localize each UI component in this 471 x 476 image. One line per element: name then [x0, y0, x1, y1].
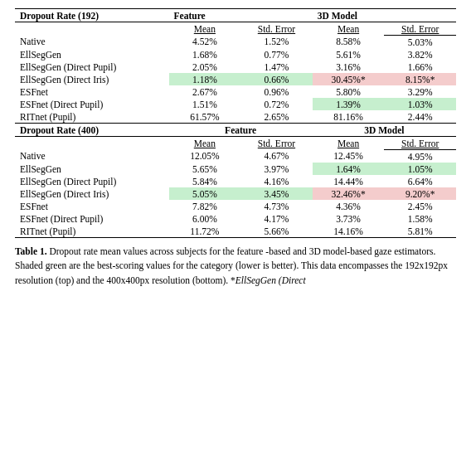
model-mean: 8.58% — [313, 36, 385, 49]
feat-se-label: Std. Error — [240, 22, 313, 36]
row-label: RITnet (Pupil) — [15, 110, 169, 124]
feat-se: 2.65% — [240, 110, 313, 124]
model-se: 3.29% — [384, 85, 456, 98]
model-se: 1.05% — [384, 163, 456, 175]
model-mean: 1.39% — [313, 98, 385, 110]
row-label: EllSegGen (Direct Iris) — [15, 73, 169, 85]
table-row: EllSegGen (Direct Pupil)2.05%1.47%3.16%1… — [15, 61, 456, 73]
table-row: EllSegGen5.65%3.97%1.64%1.05% — [15, 163, 456, 175]
row-label: ESFnet — [15, 85, 169, 98]
table-row: EllSegGen (Direct Pupil)5.84%4.16%14.44%… — [15, 175, 456, 187]
model-se: 6.64% — [384, 175, 456, 187]
model-se: 2.45% — [384, 200, 456, 212]
model-se: 2.44% — [384, 110, 456, 124]
subheader-row-2: MeanStd. ErrorMeanStd. Error — [15, 137, 456, 150]
feat-mean: 61.57% — [169, 110, 241, 124]
feat-mean: 5.65% — [169, 163, 241, 175]
row-label: ESFnet — [15, 200, 169, 212]
model-se: 3.82% — [384, 48, 456, 61]
feat-se: 0.96% — [240, 85, 313, 98]
table-row: EllSegGen (Direct Iris)5.05%3.45%32.46%*… — [15, 187, 456, 200]
caption: Table 1. Dropout rate mean values across… — [15, 245, 456, 288]
model-mean-label: Mean — [313, 22, 385, 36]
feat-mean: 4.52% — [169, 36, 241, 49]
feat-se: 3.97% — [240, 163, 313, 175]
model-mean: 5.80% — [313, 85, 385, 98]
model-mean: 1.64% — [313, 163, 385, 175]
caption-label: Table 1. — [15, 246, 47, 256]
table-row: RITnet (Pupil)11.72%5.66%14.16%5.81% — [15, 225, 456, 238]
row-label: RITnet (Pupil) — [15, 225, 169, 238]
model-se-label: Std. Error — [384, 22, 456, 36]
table-row: ESFnet (Direct Pupil)1.51%0.72%1.39%1.03… — [15, 98, 456, 110]
feat-se: 3.45% — [240, 187, 313, 200]
section2-header-row: Dropout Rate (400)Feature3D Model — [15, 124, 456, 137]
model-se: 1.03% — [384, 98, 456, 110]
row-label: Native — [15, 150, 169, 163]
row-label: EllSegGen — [15, 48, 169, 61]
table-row: Native12.05%4.67%12.45%4.95% — [15, 150, 456, 163]
feat-se: 0.77% — [240, 48, 313, 61]
feat-mean: 2.05% — [169, 61, 241, 73]
feat-se: 0.72% — [240, 98, 313, 110]
table-row: EllSegGen1.68%0.77%5.61%3.82% — [15, 48, 456, 61]
section1-header: Dropout Rate (192) — [15, 9, 169, 22]
feat-mean: 5.05% — [169, 187, 241, 200]
feat-se: 0.66% — [240, 73, 313, 85]
feat-mean: 1.51% — [169, 98, 241, 110]
main-table: Dropout Rate (192) Feature 3D Model Mean… — [15, 8, 456, 238]
model-mean: 12.45% — [313, 150, 385, 163]
feat-mean: 1.18% — [169, 73, 241, 85]
model-se: 5.81% — [384, 225, 456, 238]
row-label: EllSegGen (Direct Iris) — [15, 187, 169, 200]
empty-cell — [15, 22, 169, 36]
model-se: 1.58% — [384, 212, 456, 225]
caption-text: Dropout rate mean values across subjects… — [15, 246, 448, 285]
feat-mean: 1.68% — [169, 48, 241, 61]
model-mean: 32.46%* — [313, 187, 385, 200]
model-se: 4.95% — [384, 150, 456, 163]
row-label: EllSegGen — [15, 163, 169, 175]
feat-se: 4.67% — [240, 150, 313, 163]
model-col-header: 3D Model — [313, 9, 456, 22]
table-row: ESFnet7.82%4.73%4.36%2.45% — [15, 200, 456, 212]
model-mean: 14.44% — [313, 175, 385, 187]
feat-mean: 6.00% — [169, 212, 241, 225]
model-se: 8.15%* — [384, 73, 456, 85]
feat-mean: 2.67% — [169, 85, 241, 98]
model-mean: 14.16% — [313, 225, 385, 238]
feat-mean: 12.05% — [169, 150, 241, 163]
table-row: Native4.52%1.52%8.58%5.03% — [15, 36, 456, 49]
model-mean: 4.36% — [313, 200, 385, 212]
subheader-row-1: Mean Std. Error Mean Std. Error — [15, 22, 456, 36]
section2-header: Dropout Rate (400) — [15, 124, 169, 137]
caption-italic: EllSegGen (Direct — [236, 275, 306, 285]
row-label: ESFnet (Direct Pupil) — [15, 98, 169, 110]
model-se: 9.20%* — [384, 187, 456, 200]
feat-se: 5.66% — [240, 225, 313, 238]
table-row: ESFnet2.67%0.96%5.80%3.29% — [15, 85, 456, 98]
feat-mean: 7.82% — [169, 200, 241, 212]
row-label: ESFnet (Direct Pupil) — [15, 212, 169, 225]
section1-header-row: Dropout Rate (192) Feature 3D Model — [15, 9, 456, 22]
feat-mean: 11.72% — [169, 225, 241, 238]
model-mean: 3.73% — [313, 212, 385, 225]
feature-col-header: Feature — [169, 9, 313, 22]
model-mean: 3.16% — [313, 61, 385, 73]
feat-se: 4.73% — [240, 200, 313, 212]
table-row: ESFnet (Direct Pupil)6.00%4.17%3.73%1.58… — [15, 212, 456, 225]
feat-se: 1.47% — [240, 61, 313, 73]
model-mean: 30.45%* — [313, 73, 385, 85]
model-se: 1.66% — [384, 61, 456, 73]
feat-se: 4.17% — [240, 212, 313, 225]
model-se: 5.03% — [384, 36, 456, 49]
table-row: RITnet (Pupil)61.57%2.65%81.16%2.44% — [15, 110, 456, 124]
row-label: Native — [15, 36, 169, 49]
row-label: EllSegGen (Direct Pupil) — [15, 175, 169, 187]
feat-se: 4.16% — [240, 175, 313, 187]
feat-se: 1.52% — [240, 36, 313, 49]
row-label: EllSegGen (Direct Pupil) — [15, 61, 169, 73]
table-row: EllSegGen (Direct Iris)1.18%0.66%30.45%*… — [15, 73, 456, 85]
feat-mean: 5.84% — [169, 175, 241, 187]
feat-mean-label: Mean — [169, 22, 241, 36]
